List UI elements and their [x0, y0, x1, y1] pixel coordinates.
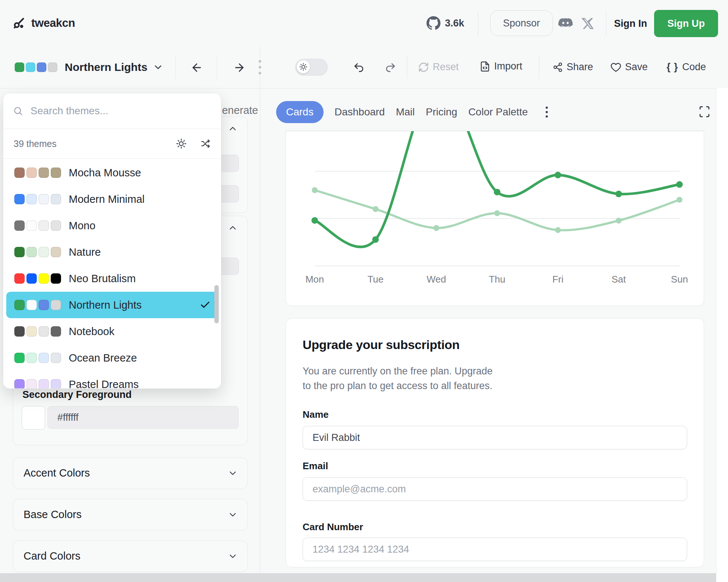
accent-colors-label: Accent Colors [24, 467, 90, 479]
tab-color-palette[interactable]: Color Palette [468, 106, 528, 118]
save-label: Save [625, 61, 648, 73]
share-icon [553, 62, 563, 72]
chart-point [494, 189, 500, 195]
app-header: tweakcn 3.6k Sponsor Sign In Sign Up [0, 0, 728, 47]
current-theme-name: Northern Lights [65, 61, 147, 73]
theme-swatch [26, 220, 37, 231]
line-chart: MonTueWedThuFriSatSun [286, 131, 703, 305]
tabs-overflow-menu-icon[interactable] [544, 105, 549, 119]
theme-dropdown-popover: 39 themes Mocha MousseModern MinimalMono… [3, 93, 221, 389]
search-icon [13, 106, 23, 116]
tab-dashboard[interactable]: Dashboard [335, 106, 385, 118]
vertical-scrollbar-track[interactable] [716, 88, 728, 573]
theme-count-row: 39 themes [3, 129, 221, 159]
x-axis-label: Fri [552, 274, 563, 285]
preview-tabbar: CardsDashboardMailPricingColor Palette [276, 98, 549, 126]
theme-option-ocean-breeze[interactable]: Ocean Breeze [6, 345, 218, 371]
chevron-up-icon[interactable] [228, 123, 238, 134]
card-colors-section[interactable]: Card Colors [13, 540, 248, 572]
theme-option-neo-brutalism[interactable]: Neo Brutalism [6, 265, 218, 292]
theme-option-nature[interactable]: Nature [6, 239, 218, 265]
light-dark-toggle[interactable] [295, 59, 328, 76]
share-button[interactable]: Share [553, 61, 593, 73]
history-back-button[interactable] [190, 61, 203, 74]
theme-selector[interactable]: Northern Lights [15, 47, 164, 88]
discord-icon[interactable] [557, 17, 574, 30]
sun-icon [297, 60, 310, 73]
tab-cards[interactable]: Cards [276, 101, 324, 123]
chart-point [554, 172, 561, 178]
theme-dot [37, 62, 46, 72]
github-icon [427, 16, 440, 30]
color-swatch[interactable] [22, 406, 45, 430]
toolbar-divider-2 [217, 55, 217, 79]
theme-option-pastel-dreams[interactable]: Pastel Dreams [6, 371, 218, 389]
name-field[interactable] [303, 426, 687, 449]
horizontal-scrollbar[interactable] [0, 573, 716, 582]
theme-swatch [26, 168, 37, 178]
secondary-foreground-hex-input[interactable] [47, 406, 239, 429]
scrollbar-thumb[interactable] [214, 285, 219, 323]
sign-up-button[interactable]: Sign Up [654, 10, 718, 37]
email-field[interactable] [303, 477, 687, 501]
import-button[interactable]: Import [479, 61, 522, 72]
github-link[interactable]: 3.6k [427, 0, 464, 46]
redo-button[interactable] [385, 62, 396, 73]
base-colors-section[interactable]: Base Colors [13, 499, 248, 531]
chart-point [616, 218, 622, 223]
theme-swatch [14, 273, 25, 284]
tab-mail[interactable]: Mail [396, 106, 415, 118]
theme-swatch [14, 379, 25, 389]
sign-in-link[interactable]: Sign In [614, 18, 647, 29]
theme-search-input[interactable] [30, 105, 193, 117]
chart-point [372, 206, 378, 212]
reset-label: Reset [433, 61, 459, 73]
tab-pricing[interactable]: Pricing [426, 106, 457, 118]
theme-swatch [51, 326, 61, 337]
theme-option-label: Modern Minimal [69, 193, 144, 205]
theme-option-notebook[interactable]: Notebook [6, 318, 218, 345]
fullscreen-icon[interactable] [698, 105, 711, 118]
panel-divider [260, 47, 260, 573]
import-label: Import [494, 61, 522, 72]
shuffle-icon[interactable] [200, 139, 211, 149]
chevron-up-icon[interactable] [228, 223, 238, 233]
theme-option-label: Mono [69, 220, 96, 232]
light-mode-filter-icon[interactable] [176, 139, 186, 149]
upgrade-subscription-card: Upgrade your subscription You are curren… [286, 318, 704, 567]
reset-button[interactable]: Reset [418, 61, 459, 73]
heart-icon [610, 62, 621, 73]
exercise-chart-card: MonTueWedThuFriSatSun [286, 131, 704, 306]
chart-point [676, 181, 683, 188]
history-forward-button[interactable] [233, 61, 246, 74]
logo[interactable]: tweakcn [11, 0, 75, 46]
card-number-field[interactable] [303, 538, 687, 561]
theme-swatch [51, 273, 61, 284]
theme-option-label: Notebook [69, 326, 114, 338]
theme-swatch [26, 194, 37, 204]
chevron-down-icon [228, 510, 238, 520]
theme-swatch [51, 194, 61, 204]
theme-dot [48, 62, 57, 72]
accent-colors-section[interactable]: Accent Colors [13, 457, 248, 489]
header-divider-2 [606, 11, 606, 35]
theme-dot [15, 62, 24, 72]
theme-swatch [14, 247, 25, 257]
theme-swatch [51, 220, 61, 231]
code-button[interactable]: { } Code [667, 61, 706, 73]
theme-swatch [26, 300, 37, 310]
email-label: Email [303, 460, 328, 472]
theme-swatch [39, 326, 49, 337]
theme-option-modern-minimal[interactable]: Modern Minimal [6, 186, 218, 212]
theme-option-label: Mocha Mousse [69, 167, 141, 179]
theme-option-mono[interactable]: Mono [6, 212, 218, 239]
x-twitter-icon[interactable] [581, 17, 594, 30]
theme-swatch [14, 220, 25, 231]
sponsor-button[interactable]: Sponsor [490, 10, 553, 36]
undo-button[interactable] [353, 62, 365, 73]
theme-option-mocha-mousse[interactable]: Mocha Mousse [6, 159, 218, 186]
chart-point [494, 210, 500, 216]
theme-option-northern-lights[interactable]: Northern Lights [6, 292, 218, 318]
header-divider [478, 11, 478, 35]
save-button[interactable]: Save [610, 61, 648, 73]
